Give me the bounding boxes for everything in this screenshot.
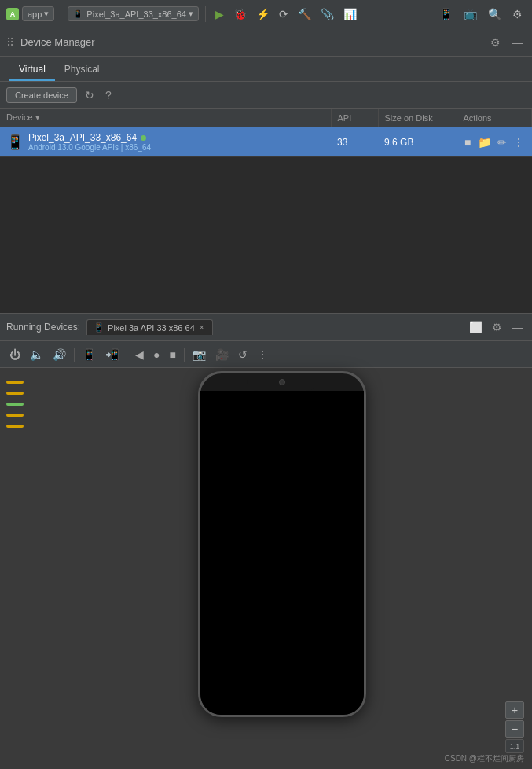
phone-camera [279, 379, 285, 385]
running-devices-header: Running Devices: 📱 Pixel 3a API 33 x86 6… [0, 313, 532, 341]
device-dropdown[interactable]: 📱 Pixel_3a_API_33_x86_64 ▾ [68, 6, 199, 21]
search-button[interactable]: 🔍 [485, 6, 504, 23]
vol-down-button[interactable]: 🔈 [27, 346, 46, 363]
api-cell: 33 [331, 127, 378, 157]
emulator-body: + − 1:1 CSDN @栏不烂间厨房 [0, 368, 532, 769]
emulator-toolbar: ⏻ 🔈 🔊 📱 📲 ◀ ● ■ 📷 🎥 ↺ ⋮ [0, 341, 532, 368]
zoom-out-button[interactable]: − [505, 720, 524, 738]
bar-5 [6, 425, 24, 428]
tab-close-icon[interactable]: × [198, 323, 206, 332]
bar-3 [6, 403, 24, 406]
help-button[interactable]: ? [102, 87, 115, 103]
fold-button[interactable]: 📲 [102, 346, 122, 363]
actions-cell: ■ 📁 ✏ ⋮ [457, 127, 531, 157]
refresh-button[interactable]: ↻ [82, 87, 97, 103]
separator [74, 348, 75, 362]
edit-button[interactable]: ✏ [496, 134, 508, 150]
size-cell: 9.6 GB [378, 127, 457, 157]
more-options-button[interactable]: ⋮ [254, 346, 271, 363]
zoom-in-button[interactable]: + [505, 701, 524, 719]
screenrecord-button[interactable]: 🎥 [212, 346, 232, 363]
rotate-button[interactable]: 📱 [79, 346, 99, 363]
stop-button[interactable]: ■ [463, 134, 472, 150]
overview-button[interactable]: ■ [166, 346, 178, 363]
separator2 [127, 348, 127, 362]
bar-1 [6, 381, 24, 384]
run-config-area: A app ▾ 📱 Pixel_3a_API_33_x86_64 ▾ ▶ 🐞 ⚡… [6, 6, 360, 23]
running-controls: ⬜ ⚙ — [466, 319, 526, 335]
drag-handle-icon: ⠿ [6, 36, 14, 49]
snapshots-button[interactable]: ↺ [235, 346, 251, 363]
avd-icon[interactable]: 📺 [460, 6, 480, 23]
more-button[interactable]: ⋮ [512, 134, 526, 150]
settings-button[interactable]: ⚙ [509, 6, 526, 23]
phone-screen[interactable] [200, 391, 364, 715]
page-title: Device Manager [20, 36, 487, 48]
profile-button[interactable]: ⚡ [253, 6, 273, 23]
running-device-tab[interactable]: 📱 Pixel 3a API 33 x86 64 × [86, 319, 213, 335]
debug-button[interactable]: 🐞 [230, 6, 250, 23]
running-device-label: Pixel 3a API 33 x86 64 [108, 323, 195, 333]
top-bar: A app ▾ 📱 Pixel_3a_API_33_x86_64 ▾ ▶ 🐞 ⚡… [0, 0, 532, 28]
tab-physical[interactable]: Physical [55, 59, 109, 81]
create-device-button[interactable]: Create device [6, 87, 77, 103]
power-button[interactable]: ⏻ [6, 346, 24, 363]
build-button[interactable]: 🔨 [295, 6, 314, 23]
tabs-row: Virtual Physical [0, 57, 532, 82]
table-row[interactable]: 📱 Pixel_3a_API_33_x86_64 Android 13.0 Go… [0, 127, 532, 157]
main-area: Virtual Physical Create device ↻ ? Devic… [0, 57, 532, 769]
header-minimize-button[interactable]: — [508, 35, 526, 50]
col-actions: Actions [457, 109, 531, 127]
separator [61, 6, 61, 22]
device-toolbar: Create device ↻ ? [0, 82, 532, 109]
device-manager-header: ⠿ Device Manager ⚙ — [0, 28, 532, 57]
phone-notch [247, 373, 317, 391]
device-name-sub: Android 13.0 Google APIs | x86_64 [28, 143, 151, 152]
android-icon: A [6, 8, 19, 20]
bar-2 [6, 392, 24, 395]
attach-button[interactable]: 📎 [317, 6, 337, 23]
run-button[interactable]: ▶ [212, 6, 227, 23]
device-name-main: Pixel_3a_API_33_x86_64 [28, 132, 151, 143]
col-size: Size on Disk [378, 109, 457, 127]
sync-button[interactable]: ⟳ [276, 6, 292, 23]
zoom-label: 1:1 [505, 739, 524, 753]
header-settings-button[interactable]: ⚙ [487, 35, 504, 50]
device-list-area: Device ▾ API Size on Disk Actions [0, 109, 532, 313]
online-indicator [141, 135, 146, 141]
separator3 [184, 348, 185, 362]
device-table: Device ▾ API Size on Disk Actions [0, 109, 532, 157]
screenshot-button[interactable]: 📷 [189, 346, 209, 363]
running-settings-button[interactable]: ⚙ [489, 319, 505, 335]
phone-frame [198, 371, 366, 717]
back-button[interactable]: ◀ [132, 346, 147, 363]
profiler-button[interactable]: 📊 [340, 6, 360, 23]
header-icons: ⚙ — [487, 35, 526, 50]
restore-button[interactable]: ⬜ [466, 319, 486, 335]
phone-icon: 📱 [6, 134, 24, 151]
running-minimize-button[interactable]: — [508, 319, 526, 335]
vol-up-button[interactable]: 🔊 [50, 346, 69, 363]
col-api: API [331, 109, 378, 127]
tab-virtual[interactable]: Virtual [9, 59, 55, 81]
folder-button[interactable]: 📁 [476, 134, 493, 150]
running-label: Running Devices: [6, 322, 80, 333]
device-cell: 📱 Pixel_3a_API_33_x86_64 Android 13.0 Go… [0, 127, 331, 157]
home-button[interactable]: ● [150, 346, 163, 363]
device-manager-icon[interactable]: 📱 [436, 6, 456, 23]
col-device[interactable]: Device ▾ [0, 109, 331, 127]
app-dropdown[interactable]: app ▾ [22, 6, 54, 21]
separator2 [205, 6, 206, 22]
phone-container [31, 368, 532, 769]
zoom-controls: + − 1:1 [505, 701, 524, 753]
sidebar-bars [0, 368, 31, 769]
bar-4 [6, 414, 24, 417]
